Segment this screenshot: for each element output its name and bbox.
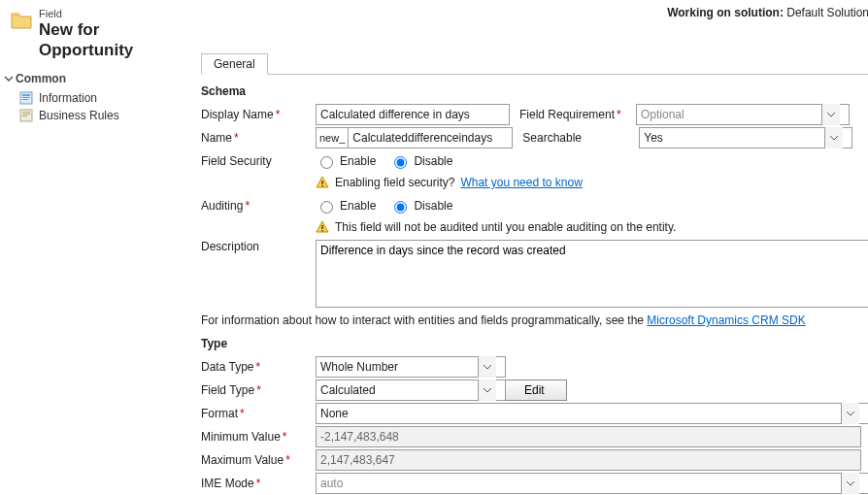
min-value-input[interactable]	[316, 426, 861, 447]
nav-item-label: Information	[39, 91, 97, 105]
field-security-warning: Enabling field security? What you need t…	[316, 176, 868, 189]
field-type-label: Field Type	[201, 383, 316, 397]
solution-context: Working on solution: Default Solution	[667, 6, 868, 19]
ime-mode-select[interactable]: auto	[316, 473, 859, 494]
name-prefix: new_	[316, 127, 348, 148]
max-value-input[interactable]	[316, 449, 861, 471]
searchable-select[interactable]: Yes	[639, 127, 843, 148]
nav-item-business-rules[interactable]: Business Rules	[0, 107, 190, 124]
description-textarea[interactable]	[316, 240, 868, 308]
display-name-input[interactable]	[316, 104, 510, 125]
tab-general[interactable]: General	[201, 53, 268, 75]
field-security-label: Field Security	[201, 154, 316, 168]
svg-rect-5	[22, 112, 30, 113]
page-header: Field New for Opportunity	[0, 6, 190, 68]
form-icon	[19, 91, 33, 105]
name-input[interactable]	[348, 127, 513, 148]
nav-group-common[interactable]: Common	[0, 68, 190, 89]
tab-strip: General	[201, 52, 868, 75]
svg-rect-9	[321, 185, 322, 186]
field-requirement-select[interactable]: Optional	[636, 104, 840, 125]
data-type-select[interactable]: Whole Number	[316, 356, 496, 378]
svg-rect-1	[22, 94, 30, 96]
svg-rect-6	[22, 114, 30, 115]
searchable-label: Searchable	[522, 131, 639, 145]
rules-icon	[19, 109, 33, 122]
field-security-disable-radio[interactable]: Disable	[389, 153, 452, 169]
auditing-enable-radio[interactable]: Enable	[316, 198, 376, 214]
app-root: Field New for Opportunity Common Informa…	[0, 0, 868, 495]
section-type-heading: Type	[201, 337, 868, 350]
data-type-label: Data Type	[201, 360, 316, 374]
svg-rect-2	[22, 97, 30, 98]
svg-rect-7	[22, 116, 27, 116]
field-requirement-label: Field Requirement	[519, 108, 636, 121]
description-label: Description	[201, 240, 316, 253]
field-type-select[interactable]: Calculated	[316, 380, 496, 401]
svg-rect-11	[321, 230, 322, 231]
auditing-warning: This field will not be audited until you…	[316, 220, 868, 234]
nav-item-information[interactable]: Information	[0, 89, 190, 107]
field-security-enable-radio[interactable]: Enable	[316, 153, 376, 169]
field-security-help-link[interactable]: What you need to know	[460, 176, 582, 189]
svg-rect-10	[321, 225, 322, 229]
format-select[interactable]: None	[316, 403, 859, 424]
display-name-label: Display Name	[201, 108, 316, 121]
edit-button[interactable]: Edit	[502, 380, 567, 401]
auditing-disable-radio[interactable]: Disable	[389, 198, 452, 214]
nav-group-label: Common	[16, 72, 66, 85]
name-label: Name	[201, 131, 316, 145]
folder-icon	[10, 10, 33, 31]
section-schema-heading: Schema	[201, 84, 868, 98]
left-column: Field New for Opportunity Common Informa…	[0, 0, 191, 495]
sdk-info-line: For information about how to interact wi…	[201, 314, 868, 327]
nav-item-label: Business Rules	[39, 109, 119, 122]
svg-rect-3	[22, 99, 28, 100]
sdk-link[interactable]: Microsoft Dynamics CRM SDK	[647, 314, 805, 327]
main-panel: Working on solution: Default Solution Ge…	[191, 0, 868, 495]
warning-icon	[316, 220, 329, 234]
max-value-label: Maximum Value	[201, 453, 316, 467]
header-eyebrow: Field	[39, 8, 190, 20]
min-value-label: Minimum Value	[201, 430, 316, 444]
warning-icon	[316, 176, 329, 189]
page-title: New for Opportunity	[39, 20, 190, 60]
format-label: Format	[201, 407, 316, 420]
auditing-label: Auditing	[201, 199, 316, 213]
svg-rect-8	[321, 181, 322, 184]
ime-mode-label: IME Mode	[201, 477, 316, 490]
